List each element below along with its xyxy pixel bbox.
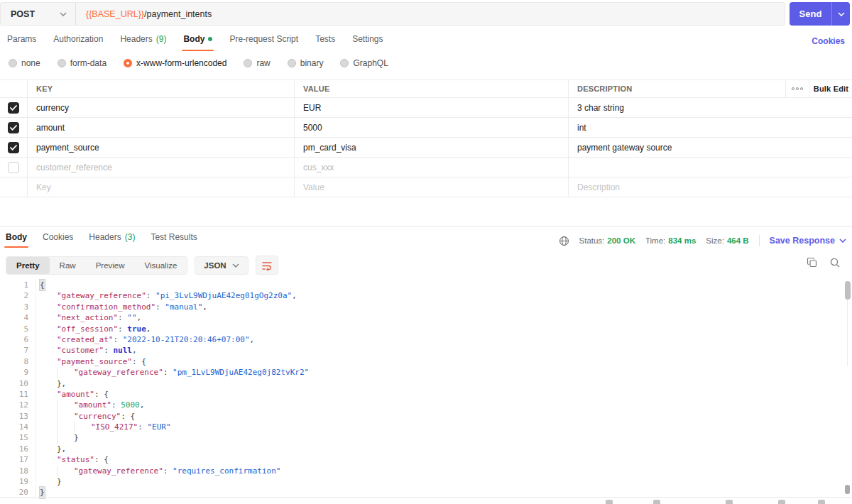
param-description-cell[interactable]: 3 char string [568,98,785,117]
token-p: : [113,334,122,345]
bulk-edit-button[interactable]: Bulk Edit [809,80,852,97]
more-options-icon[interactable] [786,80,809,97]
tab-body[interactable]: Body [183,33,212,51]
check-icon [10,145,17,150]
tab-headers[interactable]: Headers(9) [120,33,166,51]
body-mode-x-www-form-urlencoded[interactable]: x-www-form-urlencoded [124,58,226,68]
tab-authorization[interactable]: Authorization [53,33,103,51]
send-button[interactable]: Send [790,2,850,26]
save-response-button[interactable]: Save Response [770,236,846,246]
param-description-cell[interactable]: int [568,118,785,137]
checkbox-checked[interactable] [8,142,19,153]
view-visualize[interactable]: Visualize [135,257,187,274]
tab-label: Params [7,34,36,44]
format-select[interactable]: JSON [195,256,248,275]
code-line: 2"gateway_reference": "pi_3LvL9WDjuAE42e… [0,290,841,301]
tab-settings[interactable]: Settings [352,33,383,51]
line-number: 9 [0,367,28,378]
param-key-cell[interactable]: payment_source [27,138,294,157]
cookies-link[interactable]: Cookies [812,36,845,46]
meta-value: 834 ms [668,236,696,245]
param-value-cell[interactable]: EUR [294,98,568,117]
url-input[interactable]: {{BASE_URL}}/payment_intents [76,9,785,19]
code-line: 11"amount": { [0,389,841,400]
token-p: : [104,345,113,356]
radio-icon [288,59,296,67]
tab-label: Pre-request Script [229,34,298,44]
page-scrollbar-thumb[interactable] [845,485,850,494]
row-checkbox-cell [0,158,27,177]
search-response-icon[interactable] [829,257,841,268]
body-mode-none[interactable]: none [9,58,40,68]
body-mode-form-data[interactable]: form-data [58,58,106,68]
request-url-bar: POST {{BASE_URL}}/payment_intents [0,2,785,26]
param-value-cell[interactable]: cus_xxx [294,158,568,177]
response-meta: Status:200 OKTime:834 msSize:464 B Save … [559,235,846,246]
param-description-cell[interactable] [568,158,785,177]
urlencoded-params-table: KEY VALUE DESCRIPTION Bulk Edit currency… [0,80,852,197]
footer-icon[interactable] [778,500,785,504]
code-line: 16}, [0,444,841,454]
token-p: , [137,312,142,323]
tab-pre-request-script[interactable]: Pre-request Script [229,33,298,51]
param-description-cell[interactable]: payment gateway source [568,138,785,157]
tab-count-badge: (9) [156,34,167,44]
token-p: , [202,302,207,312]
footer-icon[interactable] [818,500,825,504]
token-p: }, [57,444,66,454]
checkbox-checked[interactable] [8,102,19,114]
copy-response-icon[interactable] [807,257,818,268]
token-k: "gateway_reference" [74,367,163,378]
line-content: "confirmation_method": "manual", [40,302,207,312]
checkbox-unchecked[interactable] [8,162,19,173]
footer-icon[interactable] [726,500,733,504]
line-number: 5 [0,324,28,334]
body-mode-binary[interactable]: binary [288,58,324,68]
param-description-cell[interactable]: Description [568,177,785,197]
indent [40,334,57,345]
check-icon [10,125,17,131]
meta-value: 464 B [727,236,749,245]
response-tab-cookies[interactable]: Cookies [43,232,73,248]
param-key-cell[interactable]: Key [27,177,294,197]
view-pretty[interactable]: Pretty [6,257,50,274]
param-key-cell[interactable]: customer_reference [27,158,294,177]
text-wrap-icon [261,261,273,270]
indent [40,466,57,476]
indent [40,302,57,312]
param-key-cell[interactable]: currency [27,98,294,117]
body-mode-graphql[interactable]: GraphQL [340,58,388,68]
indent [40,476,57,487]
indent-guide [57,367,74,378]
response-divider [0,226,852,227]
line-content: "created_at": "2022-10-21T20:20:46+07:00… [40,334,254,345]
row-actions-cell [785,118,852,137]
footer-icon[interactable] [606,500,613,504]
wrap-lines-button[interactable] [256,256,278,275]
view-raw[interactable]: Raw [50,257,86,274]
param-value-cell[interactable]: pm_card_visa [294,138,568,157]
param-key-cell[interactable]: amount [27,118,294,137]
token-k: "created_at" [57,334,113,345]
indent [40,290,57,301]
footer-icon[interactable] [653,500,660,504]
checkbox-checked[interactable] [8,122,19,133]
send-options-caret[interactable] [831,2,850,26]
method-select[interactable]: POST [1,3,76,25]
response-tab-body[interactable]: Body [6,232,27,248]
code-line: 17"status": { [0,454,841,465]
header-value: VALUE [294,80,568,97]
scrollbar-thumb[interactable] [845,281,851,300]
meta-status: Status:200 OK [579,236,635,245]
param-value-cell[interactable]: Value [294,177,568,197]
param-value-cell[interactable]: 5000 [294,118,568,137]
body-mode-raw[interactable]: raw [244,58,270,68]
indent [40,454,57,465]
tab-params[interactable]: Params [7,33,36,51]
row-checkbox-cell [0,118,27,137]
response-tab-test-results[interactable]: Test Results [151,232,197,248]
tab-tests[interactable]: Tests [315,33,335,51]
view-preview[interactable]: Preview [86,257,135,274]
response-body-json[interactable]: 1{2"gateway_reference": "pi_3LvL9WDjuAE4… [0,280,841,498]
response-tab-headers[interactable]: Headers(3) [89,232,135,248]
